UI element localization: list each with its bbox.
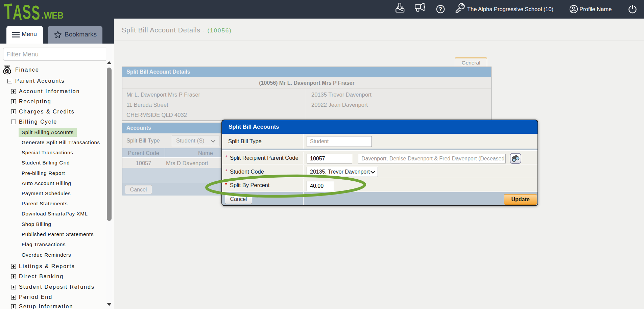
svg-text:?: ? xyxy=(439,6,442,12)
svg-text:S: S xyxy=(22,3,31,20)
svg-text:S: S xyxy=(31,3,40,20)
svg-text:A: A xyxy=(13,3,22,20)
svg-text:T: T xyxy=(4,3,13,20)
svg-text:$: $ xyxy=(6,69,8,73)
svg-text:.WEB: .WEB xyxy=(42,10,64,20)
